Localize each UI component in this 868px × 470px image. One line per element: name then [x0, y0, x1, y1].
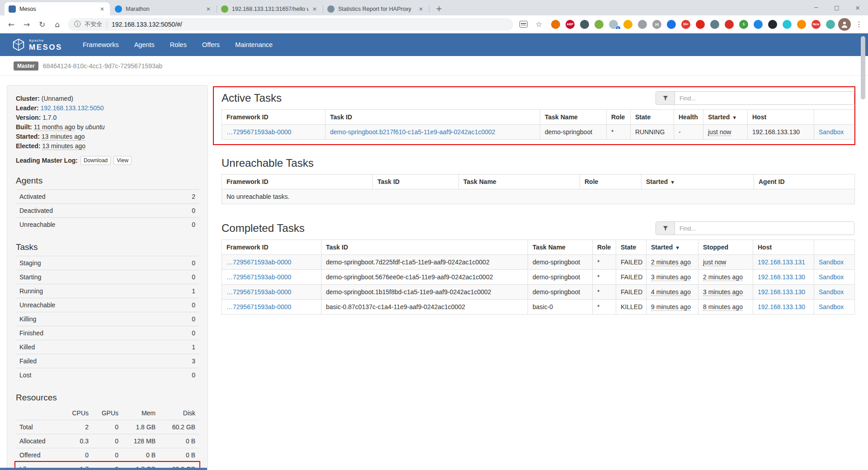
extension-icon[interactable]: ABP: [566, 20, 575, 29]
host-link[interactable]: 192.168.133.130: [758, 303, 805, 310]
table-row: …7295671593ab-0000 demo-springboot.7d225…: [222, 255, 855, 270]
col-framework-id[interactable]: Framework ID: [222, 174, 373, 189]
tab-close-icon[interactable]: ×: [417, 5, 425, 13]
extension-icon[interactable]: [667, 20, 676, 29]
browser-tab-hello[interactable]: 192.168.133.131:31657/hello w ×: [217, 2, 322, 15]
col-task-id[interactable]: Task ID: [321, 240, 528, 255]
extension-icon[interactable]: 1: [609, 20, 618, 29]
nav-item-frameworks[interactable]: Frameworks: [75, 33, 127, 56]
sandbox-link[interactable]: Sandbox: [819, 258, 844, 266]
extension-icon[interactable]: [725, 20, 734, 29]
extension-icon[interactable]: [710, 20, 719, 29]
extension-icon[interactable]: [594, 20, 604, 29]
col-task-name[interactable]: Task Name: [528, 240, 593, 255]
close-window-button[interactable]: ×: [847, 0, 868, 15]
extension-icon[interactable]: 99+: [681, 20, 690, 29]
nav-item-offers[interactable]: Offers: [194, 33, 227, 56]
back-icon[interactable]: ←: [4, 18, 19, 31]
active-tasks-table: Framework ID Task ID Task Name Role Stat…: [222, 109, 855, 140]
reload-icon[interactable]: ↻: [34, 18, 50, 31]
col-state[interactable]: State: [631, 110, 674, 125]
browser-tab-mesos[interactable]: Mesos ×: [5, 2, 110, 15]
col-started[interactable]: Started▼: [646, 240, 698, 255]
nav-item-maintenance[interactable]: Maintenance: [227, 33, 280, 56]
table-header-row: Framework ID Task ID Task Name Role Stat…: [222, 110, 855, 125]
host-link[interactable]: 192.168.133.131: [758, 258, 805, 266]
extension-icon[interactable]: (a): [652, 20, 661, 29]
col-framework-id[interactable]: Framework ID: [222, 110, 326, 125]
nav-item-roles[interactable]: Roles: [162, 33, 194, 56]
col-framework-id[interactable]: Framework ID: [222, 240, 321, 255]
extension-icon[interactable]: [551, 20, 560, 29]
extension-icon[interactable]: [580, 20, 589, 29]
col-task-id[interactable]: Task ID: [373, 174, 459, 189]
extension-icon[interactable]: New: [811, 20, 821, 29]
view-button[interactable]: View: [113, 156, 132, 165]
host-link[interactable]: 192.168.133.130: [758, 288, 805, 296]
col-stopped[interactable]: Stopped: [698, 240, 753, 255]
sandbox-link[interactable]: Sandbox: [819, 128, 844, 136]
col-health[interactable]: Health: [674, 110, 703, 125]
extension-icon[interactable]: [768, 20, 777, 29]
started-line: Started: 13 minutes ago: [16, 132, 199, 141]
extension-icon[interactable]: [797, 20, 806, 29]
address-bar[interactable]: ⓘ 不安全 192.168.133.132:5050/#/: [68, 18, 513, 31]
vertical-scrollbar[interactable]: [861, 36, 865, 99]
host-link[interactable]: 192.168.133.130: [758, 273, 805, 281]
extension-icon[interactable]: [826, 20, 835, 29]
bookmark-star-icon[interactable]: ☆: [531, 18, 547, 31]
col-started[interactable]: Started▼: [703, 110, 748, 125]
maximize-button[interactable]: □: [826, 0, 847, 15]
minimize-button[interactable]: ─: [806, 0, 826, 15]
col-task-id[interactable]: Task ID: [326, 110, 540, 125]
col-role[interactable]: Role: [580, 174, 642, 189]
mesos-logo[interactable]: Apache MESOS: [12, 38, 62, 52]
col-role[interactable]: Role: [593, 240, 616, 255]
tab-close-icon[interactable]: ×: [311, 5, 318, 13]
framework-id-link[interactable]: …7295671593ab-0000: [226, 258, 291, 266]
extension-icon[interactable]: [638, 20, 647, 29]
sandbox-link[interactable]: Sandbox: [819, 273, 844, 281]
browser-menu-icon[interactable]: ⋮: [854, 18, 864, 31]
extension-icon[interactable]: [783, 20, 792, 29]
framework-id-link[interactable]: …7295671593ab-0000: [226, 288, 291, 296]
col-agent-id[interactable]: Agent ID: [754, 174, 855, 189]
leader-line: Leader: 192.168.133.132:5050: [16, 103, 199, 113]
task-id-link[interactable]: demo-springboot.b217f610-c1a5-11e9-aaf9-…: [330, 128, 495, 136]
leader-link[interactable]: 192.168.133.132:5050: [40, 104, 104, 112]
nav-item-agents[interactable]: Agents: [127, 33, 162, 56]
table-row: Lost 0: [16, 368, 199, 382]
completed-tasks-find-input[interactable]: [675, 222, 854, 235]
extension-icon[interactable]: [754, 20, 763, 29]
active-tasks-find-input[interactable]: [675, 92, 854, 104]
table-row: Killed 1: [16, 340, 199, 354]
extension-icon[interactable]: S: [739, 20, 748, 29]
sandbox-link[interactable]: Sandbox: [819, 288, 844, 296]
table-row: …7295671593ab-0000 demo-springboot.b217f…: [222, 125, 855, 140]
sandbox-link[interactable]: Sandbox: [819, 303, 844, 310]
info-icon[interactable]: ⓘ: [74, 20, 80, 28]
download-button[interactable]: Download: [80, 156, 111, 165]
page-action-icon[interactable]: [519, 21, 528, 28]
col-state[interactable]: State: [616, 240, 646, 255]
tab-close-icon[interactable]: ×: [99, 5, 106, 13]
new-tab-button[interactable]: +: [433, 3, 445, 15]
browser-tab-haproxy[interactable]: Statistics Report for HAProxy ×: [323, 2, 429, 15]
col-task-name[interactable]: Task Name: [540, 110, 607, 125]
col-host[interactable]: Host: [748, 110, 814, 125]
col-host[interactable]: Host: [753, 240, 814, 255]
bottom-status-strip: [0, 468, 207, 470]
framework-id-link[interactable]: …7295671593ab-0000: [226, 303, 291, 310]
col-role[interactable]: Role: [607, 110, 631, 125]
extension-icon[interactable]: [696, 20, 705, 29]
col-task-name[interactable]: Task Name: [459, 174, 580, 189]
framework-id-link[interactable]: …7295671593ab-0000: [226, 273, 291, 281]
framework-id-link[interactable]: …7295671593ab-0000: [226, 128, 291, 136]
forward-icon[interactable]: →: [19, 18, 34, 31]
col-started[interactable]: Started▼: [642, 174, 754, 189]
home-icon[interactable]: ⌂: [50, 18, 65, 31]
tab-close-icon[interactable]: ×: [205, 5, 212, 13]
browser-tab-marathon[interactable]: Marathon ×: [111, 2, 216, 15]
profile-avatar[interactable]: [838, 18, 851, 31]
extension-icon[interactable]: [623, 20, 632, 29]
